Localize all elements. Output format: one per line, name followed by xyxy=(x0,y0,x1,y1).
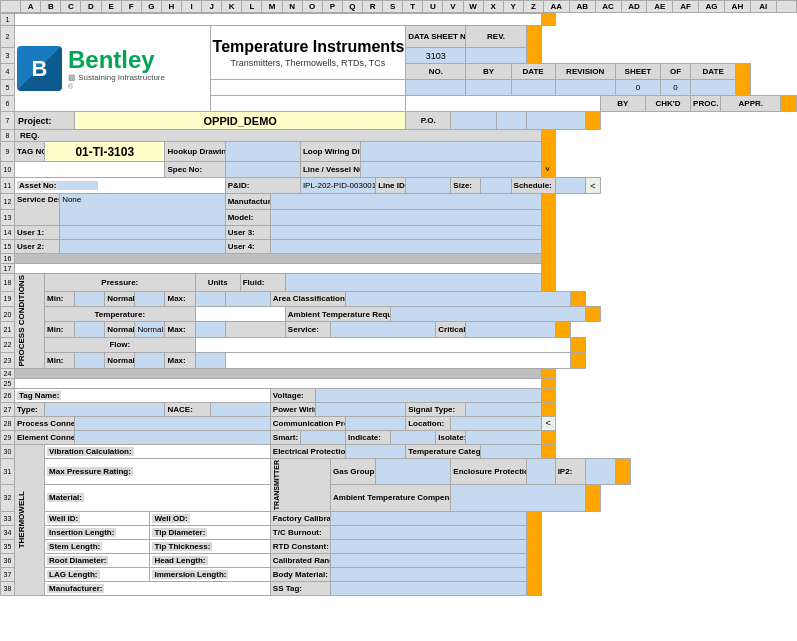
side-tab-6 xyxy=(781,96,797,112)
row-31: 31 xyxy=(1,458,15,485)
date-value2[interactable] xyxy=(691,80,736,96)
ambient-temp-value[interactable] xyxy=(391,306,586,321)
rev-value[interactable] xyxy=(466,48,526,64)
size-value[interactable] xyxy=(481,178,511,194)
col-ae: AE xyxy=(647,1,673,13)
user1-value[interactable] xyxy=(60,226,226,240)
temp-min-value[interactable] xyxy=(75,322,105,337)
asset-label: Asset No: xyxy=(17,181,58,190)
revision-value[interactable] xyxy=(555,80,615,96)
col-aa: AA xyxy=(543,1,569,13)
model-value[interactable] xyxy=(270,210,541,226)
side-nav-28[interactable]: < xyxy=(541,416,555,430)
ip2-label: IP2: xyxy=(555,458,585,485)
location-value[interactable] xyxy=(451,416,541,430)
line-vessel-value[interactable] xyxy=(361,162,542,178)
col-b: B xyxy=(41,1,61,13)
ip2-value[interactable] xyxy=(585,458,615,485)
rtd-constant-value[interactable] xyxy=(330,539,526,553)
transmitter-right-label: TRANSMITTER xyxy=(270,458,330,511)
row-30: 30 xyxy=(1,444,15,458)
col-j: J xyxy=(202,1,222,13)
asset-value[interactable] xyxy=(58,181,98,190)
ss-tag-value[interactable] xyxy=(330,581,526,595)
user4-label: User 4: xyxy=(225,240,270,254)
indicate-value[interactable] xyxy=(391,430,436,444)
voltage-value[interactable] xyxy=(315,388,541,402)
row23-spacer xyxy=(225,353,570,368)
date-value[interactable] xyxy=(511,80,555,96)
no-value[interactable] xyxy=(406,80,466,96)
side-nav-11[interactable]: < xyxy=(585,178,600,194)
flow-normal-value[interactable] xyxy=(135,353,165,368)
temp-normal-value[interactable]: Normal xyxy=(135,322,165,337)
area-class-value[interactable] xyxy=(346,291,571,306)
of-value[interactable]: 0 xyxy=(660,80,690,96)
critical-value[interactable] xyxy=(466,322,555,337)
fluid-value[interactable] xyxy=(285,274,541,292)
row22-spacer xyxy=(195,337,570,352)
loop-wiring-value[interactable] xyxy=(361,142,542,162)
proc-value[interactable] xyxy=(496,112,526,130)
project-value[interactable]: OPPID_DEMO xyxy=(75,112,406,130)
temp-max-value[interactable] xyxy=(195,322,225,337)
flow-max-value[interactable] xyxy=(195,353,225,368)
body-material-value[interactable] xyxy=(330,567,526,581)
elem-conn-value[interactable] xyxy=(75,430,271,444)
spec-value[interactable] xyxy=(225,162,300,178)
flow-min-value[interactable] xyxy=(75,353,105,368)
hookup-value[interactable] xyxy=(225,142,300,162)
rtd-burnout-value[interactable] xyxy=(330,525,526,539)
power-wiring-value[interactable] xyxy=(315,402,405,416)
proc-conn-value[interactable] xyxy=(75,416,271,430)
elem-conn-label: Element Connection: xyxy=(15,430,75,444)
tag-no-value[interactable]: 01-TI-3103 xyxy=(45,142,165,162)
temp-cat-value[interactable] xyxy=(481,444,541,458)
pid-value[interactable]: IPL-202-PID-003001 xyxy=(300,178,375,194)
po-value[interactable] xyxy=(451,112,496,130)
data-sheet-value[interactable]: 3103 xyxy=(406,48,466,64)
manufacturer-value[interactable] xyxy=(270,194,541,210)
by-label: BY xyxy=(466,64,511,80)
smart-value[interactable] xyxy=(300,430,345,444)
elec-prot-value[interactable] xyxy=(346,444,406,458)
type-value[interactable] xyxy=(45,402,165,416)
press-normal-value[interactable] xyxy=(135,291,165,306)
schedule-value[interactable] xyxy=(555,178,585,194)
user3-value[interactable] xyxy=(270,226,541,240)
line-id-value[interactable] xyxy=(406,178,451,194)
user3-label: User 3: xyxy=(225,226,270,240)
signal-type-value[interactable] xyxy=(466,402,541,416)
by-value[interactable] xyxy=(466,80,511,96)
smart-label: Smart: xyxy=(270,430,300,444)
row-12: 12 xyxy=(1,194,15,210)
isolate-value[interactable] xyxy=(466,430,541,444)
ambient-comp-value[interactable] xyxy=(451,485,585,512)
col-r: R xyxy=(362,1,382,13)
appr-value[interactable] xyxy=(526,112,585,130)
logo-tagline: ▩ Sustaining Infrastructure xyxy=(68,73,165,82)
service-value-proc[interactable] xyxy=(330,322,435,337)
press-min-value[interactable] xyxy=(75,291,105,306)
sheet-value[interactable]: 0 xyxy=(615,80,660,96)
row-23: 23 xyxy=(1,353,15,368)
gas-group-value[interactable] xyxy=(376,458,451,485)
row6-center xyxy=(406,96,601,112)
col-d: D xyxy=(81,1,101,13)
col-v: V xyxy=(443,1,463,13)
side-tab-32 xyxy=(585,485,600,512)
enclosure-ip1-value[interactable] xyxy=(526,458,555,485)
well-od-label: Well OD: xyxy=(152,514,189,523)
comm-protocol-value[interactable] xyxy=(346,416,406,430)
service-value[interactable]: None xyxy=(60,194,226,226)
col-f: F xyxy=(121,1,141,13)
user2-value[interactable] xyxy=(60,240,226,254)
user4-value[interactable] xyxy=(270,240,541,254)
factory-cal-value[interactable] xyxy=(330,511,526,525)
nace-value[interactable] xyxy=(210,402,270,416)
calibrated-value[interactable] xyxy=(330,553,526,567)
press-max-value[interactable] xyxy=(195,291,225,306)
lag-label: LAG Length: xyxy=(47,570,99,579)
units-value[interactable] xyxy=(225,291,270,306)
side-tab-1 xyxy=(541,14,555,26)
